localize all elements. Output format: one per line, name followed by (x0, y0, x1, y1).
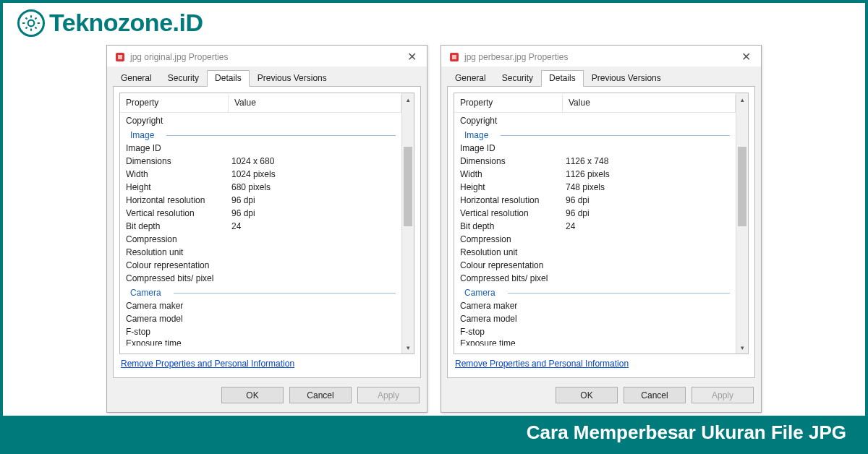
dialogs-container: jpg original.jpg Properties ✕ GeneralSec… (3, 45, 865, 413)
column-value[interactable]: Value (563, 95, 736, 112)
property-name: Camera model (454, 312, 563, 325)
property-name: Copyright (454, 114, 563, 127)
property-value: 24 (563, 220, 736, 233)
remove-properties-link[interactable]: Remove Properties and Personal Informati… (454, 354, 630, 372)
cancel-button[interactable]: Cancel (289, 387, 352, 403)
property-row: Camera model (454, 312, 736, 325)
remove-properties-link[interactable]: Remove Properties and Personal Informati… (119, 354, 296, 372)
property-row: Horizontal resolution 96 dpi (454, 194, 736, 207)
tab-previous versions[interactable]: Previous Versions (584, 70, 669, 87)
tab-details[interactable]: Details (207, 70, 250, 87)
scroll-thumb[interactable] (738, 147, 746, 226)
property-row: Camera maker (120, 299, 401, 312)
scroll-up-icon[interactable]: ▴ (736, 93, 748, 106)
property-value (563, 233, 736, 246)
property-name: Height (120, 181, 229, 194)
details-list: Property Value Copyright Image Image ID … (454, 93, 749, 354)
tab-body: Property Value Copyright Image Image ID … (113, 86, 421, 378)
property-value (563, 312, 736, 325)
property-name: Colour representation (454, 259, 563, 272)
scroll-down-icon[interactable]: ▾ (402, 341, 414, 354)
brain-gear-icon (17, 9, 45, 37)
property-name: Dimensions (454, 155, 563, 168)
property-row: Vertical resolution 96 dpi (120, 207, 401, 220)
property-row: Bit depth 24 (120, 220, 401, 233)
property-name: Horizontal resolution (454, 194, 563, 207)
property-name: Compression (454, 233, 563, 246)
property-value (563, 142, 736, 155)
truncated-row: Exposure time (120, 338, 401, 346)
property-name: F-stop (120, 325, 229, 338)
column-value[interactable]: Value (229, 95, 401, 112)
property-value (229, 272, 401, 285)
tab-details[interactable]: Details (541, 70, 584, 87)
property-value (563, 299, 736, 312)
tab-security[interactable]: Security (494, 70, 541, 87)
property-row: F-stop (120, 325, 401, 338)
dialog-buttons: OK Cancel Apply (441, 381, 761, 412)
property-row: F-stop (454, 325, 736, 338)
property-row: Compressed bits/ pixel (454, 272, 736, 285)
property-value: 1126 x 748 (563, 155, 736, 168)
vertical-scrollbar[interactable]: ▴ ▾ (736, 93, 748, 354)
ok-button[interactable]: OK (556, 387, 618, 403)
apply-button[interactable]: Apply (692, 387, 754, 403)
column-property[interactable]: Property (120, 95, 229, 112)
scroll-up-icon[interactable]: ▴ (402, 93, 414, 106)
property-name: Width (120, 168, 229, 181)
svg-rect-2 (118, 55, 122, 59)
property-value: 1024 pixels (229, 168, 401, 181)
page-caption: Cara Memperbesar Ukuran File JPG (3, 416, 865, 451)
property-value (563, 325, 736, 338)
scroll-down-icon[interactable]: ▾ (736, 341, 748, 354)
ok-button[interactable]: OK (221, 387, 284, 403)
property-name: Image ID (120, 142, 229, 155)
tabs: GeneralSecurityDetailsPrevious Versions (107, 67, 427, 86)
property-value (229, 325, 401, 338)
tab-previous versions[interactable]: Previous Versions (250, 70, 335, 87)
property-value: 680 pixels (229, 181, 401, 194)
tab-body: Property Value Copyright Image Image ID … (447, 86, 755, 378)
property-value: 24 (229, 220, 401, 233)
dialog-title: jpg original.jpg Properties (130, 52, 403, 62)
property-value: 96 dpi (563, 194, 736, 207)
property-row: Copyright (454, 114, 736, 127)
close-icon[interactable]: ✕ (737, 50, 755, 64)
property-row: Width 1126 pixels (454, 168, 736, 181)
column-property[interactable]: Property (454, 95, 563, 112)
section-camera: Camera (120, 285, 401, 299)
property-name: Resolution unit (120, 246, 229, 259)
property-name: F-stop (454, 325, 563, 338)
tab-security[interactable]: Security (160, 70, 207, 87)
close-icon[interactable]: ✕ (403, 50, 421, 64)
properties-dialog: jpg perbesar.jpg Properties ✕ GeneralSec… (441, 45, 762, 413)
scroll-thumb[interactable] (404, 147, 412, 226)
property-name: Image ID (454, 142, 563, 155)
tab-general[interactable]: General (447, 70, 494, 87)
property-value (563, 272, 736, 285)
property-name: Resolution unit (454, 246, 563, 259)
section-image: Image (120, 127, 401, 142)
property-row: Resolution unit (120, 246, 401, 259)
property-name: Vertical resolution (454, 207, 563, 220)
property-row: Colour representation (120, 259, 401, 272)
cancel-button[interactable]: Cancel (624, 387, 686, 403)
property-value (229, 259, 401, 272)
property-row: Colour representation (454, 259, 736, 272)
property-name: Colour representation (120, 259, 229, 272)
property-row: Dimensions 1126 x 748 (454, 155, 736, 168)
property-value (229, 299, 401, 312)
property-value (229, 233, 401, 246)
vertical-scrollbar[interactable]: ▴ ▾ (401, 93, 414, 354)
property-value: 1126 pixels (563, 168, 736, 181)
property-value (229, 142, 401, 155)
list-rows: Copyright Image Image ID Dimensions 1024… (120, 113, 401, 346)
tab-general[interactable]: General (113, 70, 160, 87)
property-name: Height (454, 181, 563, 194)
truncated-row: Exposure time (454, 338, 736, 346)
dialog-buttons: OK Cancel Apply (107, 381, 427, 412)
site-name: Teknozone.iD (49, 9, 203, 37)
property-value: 96 dpi (563, 207, 736, 220)
property-row: Bit depth 24 (454, 220, 736, 233)
apply-button[interactable]: Apply (357, 387, 420, 403)
